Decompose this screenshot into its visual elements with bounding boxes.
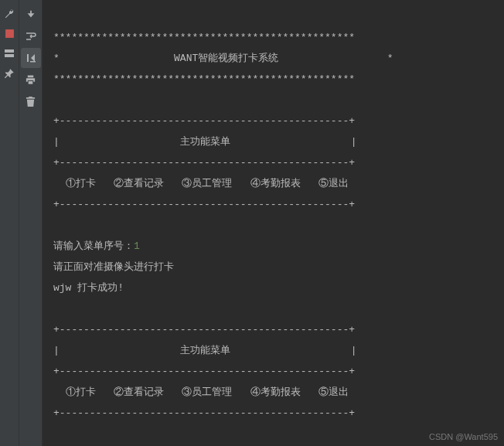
svg-rect-0 bbox=[5, 29, 14, 38]
menu-title-line-2: | 主功能菜单 | bbox=[53, 345, 357, 356]
pin-icon[interactable] bbox=[3, 67, 15, 80]
prompt-1: 请输入菜单序号： bbox=[53, 240, 134, 252]
svg-rect-1 bbox=[5, 49, 14, 53]
menu-border-2c: +---------------------------------------… bbox=[53, 407, 355, 419]
menu-border-2b: +---------------------------------------… bbox=[53, 366, 355, 377]
menu-border-1b: +---------------------------------------… bbox=[53, 157, 355, 169]
menu-border-1c: +---------------------------------------… bbox=[53, 199, 355, 210]
banner-stars-bottom: ****************************************… bbox=[53, 73, 355, 85]
console-output: ****************************************… bbox=[43, 0, 504, 446]
scroll-to-end-button[interactable] bbox=[21, 48, 41, 68]
layout-icon[interactable] bbox=[3, 47, 15, 60]
camera-hint: 请正面对准摄像头进行打卡 bbox=[53, 261, 174, 273]
menu-border-2a: +---------------------------------------… bbox=[53, 324, 355, 335]
svg-rect-2 bbox=[5, 54, 14, 57]
banner-stars-top: ****************************************… bbox=[53, 32, 355, 43]
wrench-icon[interactable] bbox=[3, 7, 15, 19]
success-message: wjw 打卡成功! bbox=[53, 282, 124, 294]
banner-title: * WANT智能视频打卡系统 * bbox=[53, 53, 393, 64]
print-button[interactable] bbox=[21, 70, 41, 90]
menu-options-1: ①打卡 ②查看记录 ③员工管理 ④考勤报表 ⑤退出 bbox=[53, 178, 349, 189]
trash-button[interactable] bbox=[21, 91, 41, 111]
svg-rect-4 bbox=[30, 61, 36, 63]
console-toolbar bbox=[19, 0, 43, 446]
left-sidebar bbox=[0, 0, 19, 446]
menu-border-1a: +---------------------------------------… bbox=[53, 115, 355, 127]
menu-options-2: ①打卡 ②查看记录 ③员工管理 ④考勤报表 ⑤退出 bbox=[53, 386, 349, 398]
down-arrow-button[interactable] bbox=[21, 5, 41, 25]
stop-icon[interactable] bbox=[3, 27, 15, 39]
watermark: CSDN @Want595 bbox=[429, 432, 498, 441]
menu-title-line-1: | 主功能菜单 | bbox=[53, 136, 357, 148]
soft-wrap-button[interactable] bbox=[21, 26, 41, 46]
user-input-1[interactable]: 1 bbox=[134, 240, 140, 252]
svg-rect-3 bbox=[30, 11, 32, 15]
